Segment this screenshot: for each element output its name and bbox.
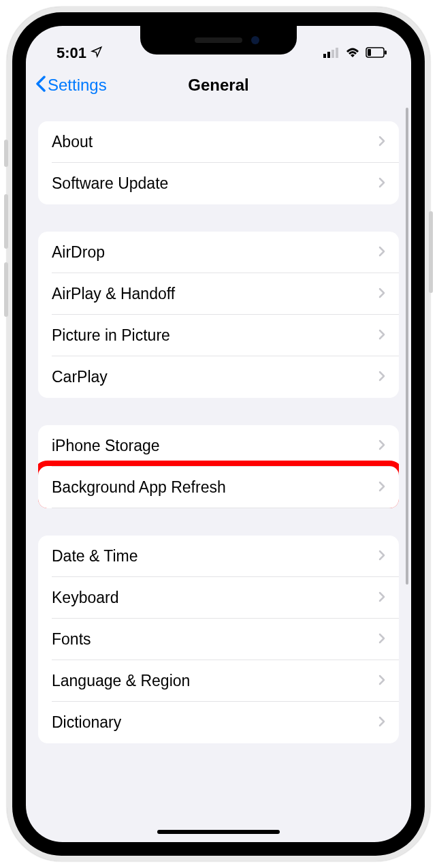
chevron-right-icon <box>378 176 385 191</box>
speaker <box>195 37 242 43</box>
status-left: 5:01 <box>56 44 103 62</box>
status-time: 5:01 <box>56 44 86 62</box>
back-label: Settings <box>48 76 107 95</box>
row-language-region[interactable]: Language & Region <box>38 660 399 702</box>
mute-switch <box>4 140 8 167</box>
chevron-right-icon <box>378 673 385 689</box>
row-software-update[interactable]: Software Update <box>38 163 399 204</box>
chevron-right-icon <box>378 369 385 385</box>
chevron-right-icon <box>378 438 385 454</box>
row-airdrop[interactable]: AirDrop <box>38 232 399 273</box>
row-fonts[interactable]: Fonts <box>38 619 399 660</box>
front-camera <box>251 36 259 44</box>
chevron-right-icon <box>378 328 385 343</box>
content-area[interactable]: About Software Update AirDrop AirPlay & <box>26 108 411 842</box>
chevron-right-icon <box>378 286 385 302</box>
svg-rect-0 <box>323 54 326 58</box>
screen: 5:01 <box>26 26 411 842</box>
settings-group-1: About Software Update <box>38 121 399 204</box>
row-label: AirPlay & Handoff <box>52 285 175 303</box>
svg-rect-5 <box>368 49 371 56</box>
row-background-app-refresh[interactable]: Background App Refresh <box>38 467 399 508</box>
settings-group-2: AirDrop AirPlay & Handoff Picture in Pic… <box>38 232 399 398</box>
row-label: About <box>52 133 93 151</box>
row-airplay-handoff[interactable]: AirPlay & Handoff <box>38 273 399 315</box>
chevron-right-icon <box>378 548 385 564</box>
row-keyboard[interactable]: Keyboard <box>38 577 399 619</box>
settings-group-4: Date & Time Keyboard Fonts Language & Re… <box>38 536 399 743</box>
row-label: Picture in Picture <box>52 326 170 345</box>
row-iphone-storage[interactable]: iPhone Storage <box>38 425 399 467</box>
row-label: AirDrop <box>52 243 105 262</box>
row-label: iPhone Storage <box>52 437 160 455</box>
cellular-signal-icon <box>323 44 340 62</box>
location-arrow-icon <box>91 44 103 62</box>
phone-bezel: 5:01 <box>12 12 425 856</box>
row-carplay[interactable]: CarPlay <box>38 356 399 398</box>
row-date-time[interactable]: Date & Time <box>38 536 399 577</box>
row-label: Dictionary <box>52 713 121 732</box>
row-label: CarPlay <box>52 368 108 386</box>
power-button <box>429 211 433 293</box>
chevron-right-icon <box>378 134 385 150</box>
chevron-left-icon <box>35 74 46 97</box>
row-label: Fonts <box>52 630 91 649</box>
chevron-right-icon <box>378 590 385 606</box>
scroll-indicator[interactable] <box>406 108 408 585</box>
svg-rect-3 <box>336 48 338 58</box>
row-label: Background App Refresh <box>52 478 226 497</box>
notch <box>140 26 297 55</box>
chevron-right-icon <box>378 245 385 260</box>
page-title: General <box>188 76 248 95</box>
row-label: Software Update <box>52 174 168 193</box>
chevron-right-icon <box>378 632 385 647</box>
battery-icon <box>366 44 387 62</box>
chevron-right-icon <box>378 480 385 495</box>
back-button[interactable]: Settings <box>35 74 107 97</box>
wifi-icon <box>345 44 360 62</box>
row-label: Language & Region <box>52 672 190 690</box>
row-label: Date & Time <box>52 547 138 565</box>
svg-rect-6 <box>385 50 387 55</box>
svg-rect-1 <box>327 52 330 58</box>
row-about[interactable]: About <box>38 121 399 163</box>
nav-header: Settings General <box>26 67 411 108</box>
volume-up-button <box>4 194 8 249</box>
status-right <box>323 44 387 62</box>
settings-group-3: iPhone Storage Background App Refresh <box>38 425 399 508</box>
svg-rect-2 <box>331 50 334 58</box>
row-picture-in-picture[interactable]: Picture in Picture <box>38 315 399 356</box>
volume-down-button <box>4 262 8 317</box>
home-indicator[interactable] <box>157 830 280 834</box>
phone-frame: 5:01 <box>7 7 430 861</box>
row-label: Keyboard <box>52 589 118 607</box>
chevron-right-icon <box>378 715 385 730</box>
row-dictionary[interactable]: Dictionary <box>38 702 399 743</box>
